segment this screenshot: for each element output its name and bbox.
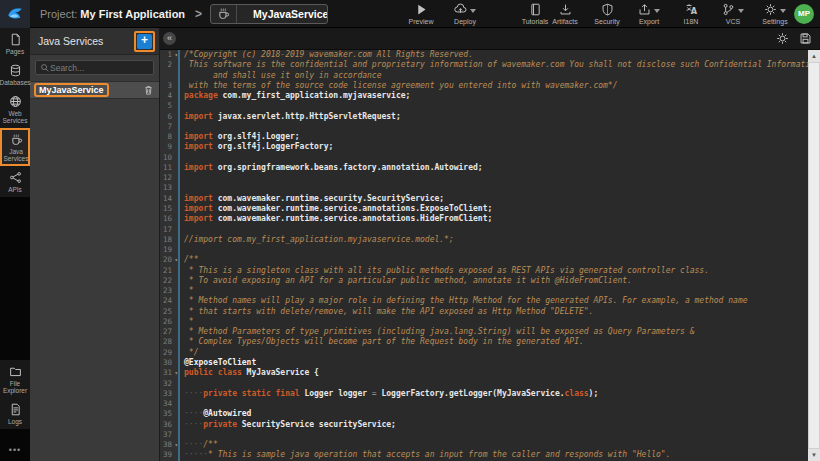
code-token: *: [184, 317, 194, 326]
code-line[interactable]: 13: [160, 183, 808, 193]
code-line-content: [180, 430, 808, 440]
code-line[interactable]: 15import com.wavemaker.runtime.service.a…: [160, 204, 808, 214]
code-area[interactable]: 1▾/*Copyright (c) 2018-2019 wavemaker.co…: [160, 50, 808, 461]
code-line[interactable]: 19: [160, 245, 808, 255]
vertical-scrollbar[interactable]: ▲ ▼: [808, 50, 820, 461]
code-line[interactable]: 5: [160, 101, 808, 111]
settings-button[interactable]: Settings: [760, 3, 790, 25]
sidebar-item-pages[interactable]: Pages: [0, 28, 30, 59]
fold-marker-icon[interactable]: ▾: [174, 440, 178, 450]
panel-search-row: [30, 55, 159, 81]
security-button[interactable]: Security: [592, 3, 622, 25]
sidebar-item-web-services[interactable]: Web Services: [0, 90, 30, 128]
code-line[interactable]: 20▾/**: [160, 255, 808, 265]
code-line[interactable]: 16import com.wavemaker.runtime.service.a…: [160, 214, 808, 224]
code-line[interactable]: 18//import com.my_first_application.myja…: [160, 235, 808, 245]
code-line[interactable]: 14import com.wavemaker.runtime.security.…: [160, 194, 808, 204]
line-number: 11: [160, 163, 180, 173]
code-line[interactable]: 9import org.slf4j.LoggerFactory;: [160, 142, 808, 152]
sidebar-item-databases[interactable]: Databases: [0, 59, 30, 90]
code-editor: « 1▾/*Copyright (c) 2018-2019 wavemaker.…: [160, 28, 820, 461]
code-line[interactable]: 17: [160, 225, 808, 235]
code-line[interactable]: 11import org.springframework.beans.facto…: [160, 163, 808, 173]
code-line[interactable]: 4package com.my_first_application.myjava…: [160, 91, 808, 101]
project-name[interactable]: My First Application: [80, 8, 185, 20]
code-line[interactable]: 39·····* This is sample java operation t…: [160, 450, 808, 460]
code-line[interactable]: 3 with the terms of the source code lice…: [160, 81, 808, 91]
code-token: import: [184, 204, 213, 213]
code-line[interactable]: 26 *: [160, 317, 808, 327]
code-line[interactable]: and shall use it only in accordance: [160, 71, 808, 81]
service-tab[interactable]: MyJavaService: [210, 4, 328, 24]
code-line-content: [180, 173, 808, 183]
code-line[interactable]: 24 * Method names will play a major role…: [160, 296, 808, 306]
service-list-item[interactable]: MyJavaService: [30, 81, 159, 99]
code-line[interactable]: 1▾/*Copyright (c) 2018-2019 wavemaker.co…: [160, 50, 808, 60]
add-service-button[interactable]: +: [137, 34, 152, 49]
chevron-down-icon[interactable]: [470, 9, 476, 13]
search-box[interactable]: [35, 60, 154, 75]
fold-marker-icon[interactable]: ▾: [174, 50, 178, 60]
fold-marker-icon[interactable]: ▾: [174, 368, 178, 378]
code-line[interactable]: 8import org.slf4j.Logger;: [160, 132, 808, 142]
line-number: 30: [160, 358, 180, 368]
line-number: 1▾: [160, 50, 180, 60]
chevron-down-icon[interactable]: [654, 9, 660, 13]
line-number: 33: [160, 389, 180, 399]
code-line[interactable]: 35····@Autowired: [160, 409, 808, 419]
i18n-button[interactable]: AI18N: [676, 3, 706, 25]
chevron-down-icon[interactable]: [780, 9, 786, 13]
code-token: org.slf4j.LoggerFactory;: [213, 142, 333, 151]
sidebar-item-logs[interactable]: Logs: [0, 398, 30, 429]
activity-bar-spacer: [0, 197, 30, 360]
export-button[interactable]: Export: [634, 3, 664, 25]
code-line[interactable]: 27 * Method Parameters of type primitive…: [160, 327, 808, 337]
trash-icon[interactable]: [143, 84, 154, 96]
service-item-name[interactable]: MyJavaService: [34, 83, 109, 97]
collapse-panel-button[interactable]: «: [163, 32, 176, 45]
code-line[interactable]: 10: [160, 153, 808, 163]
code-line[interactable]: 31▾public class MyJavaService {: [160, 368, 808, 378]
code-line[interactable]: 38▾····/**: [160, 440, 808, 450]
code-line[interactable]: 22 * To avoid exposing an API for a part…: [160, 276, 808, 286]
code-line[interactable]: 21 * This is a singleton class with all …: [160, 266, 808, 276]
gear-button[interactable]: [776, 32, 789, 45]
code-line[interactable]: 29 */: [160, 348, 808, 358]
sidebar-item-java-services[interactable]: Java Services: [0, 128, 30, 166]
code-line[interactable]: 34: [160, 399, 808, 409]
code-line[interactable]: 6import javax.servlet.http.HttpServletRe…: [160, 112, 808, 122]
more-options-button[interactable]: •••: [0, 439, 30, 461]
code-line[interactable]: 25 * that starts with delete/remove, wil…: [160, 307, 808, 317]
code-line[interactable]: 32: [160, 379, 808, 389]
code-line[interactable]: 12: [160, 173, 808, 183]
save-button[interactable]: [799, 32, 812, 45]
scroll-up-icon[interactable]: ▲: [808, 50, 820, 62]
wavemaker-logo[interactable]: [0, 0, 30, 28]
sidebar-item-file-explorer[interactable]: File Explorer: [0, 360, 30, 398]
code-line[interactable]: 36····private SecurityService securitySe…: [160, 420, 808, 430]
sidebar-item-apis[interactable]: APIs: [0, 166, 30, 197]
code-line[interactable]: 23 *: [160, 286, 808, 296]
scrollbar-thumb[interactable]: [808, 62, 820, 449]
fold-marker-icon[interactable]: ▾: [174, 255, 178, 265]
code-line[interactable]: 7: [160, 122, 808, 132]
line-number: 20▾: [160, 255, 180, 265]
search-input[interactable]: [50, 63, 149, 73]
scroll-down-icon[interactable]: ▼: [808, 449, 820, 461]
code-line[interactable]: 37: [160, 430, 808, 440]
deploy-button[interactable]: Deploy: [450, 3, 480, 25]
preview-button[interactable]: Preview: [406, 3, 436, 25]
chevron-down-icon[interactable]: [738, 9, 744, 13]
code-line-content: //import com.my_first_application.myjava…: [180, 235, 808, 245]
code-line[interactable]: 2 This software is the confidential and …: [160, 60, 808, 70]
code-token: com.wavemaker.runtime.service.annotation…: [213, 204, 492, 213]
code-line[interactable]: 28 * Complex Types/Objects will become p…: [160, 337, 808, 347]
tutorials-button[interactable]: Tutorials: [520, 3, 550, 25]
i18n-label: I18N: [684, 18, 699, 25]
vcs-button[interactable]: VCS: [718, 3, 748, 25]
artifacts-button[interactable]: Artifacts: [550, 3, 580, 25]
download-icon: [559, 3, 572, 16]
code-line[interactable]: 30@ExposeToClient: [160, 358, 808, 368]
code-line[interactable]: 33····private static final Logger logger…: [160, 389, 808, 399]
user-avatar[interactable]: MP: [794, 4, 814, 24]
